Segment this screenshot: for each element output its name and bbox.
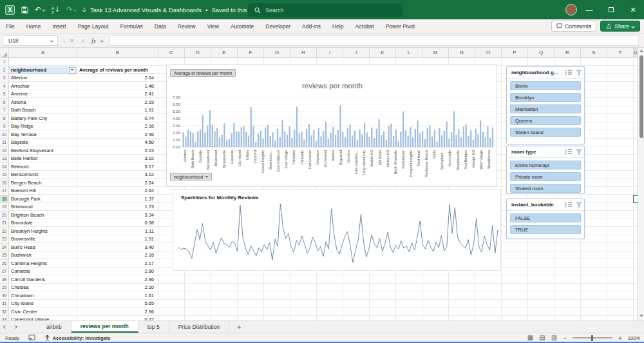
- column-header-R[interactable]: R: [554, 48, 581, 58]
- neighbourhood-cell[interactable]: Borough Park: [9, 195, 77, 204]
- neighbourhood-cell[interactable]: Boerum Hill: [9, 187, 77, 195]
- ribbon-tab-add-ins[interactable]: Add-ins: [296, 19, 327, 34]
- sparklines-chart[interactable]: Sparklines for Monthly Reviews: [173, 189, 501, 271]
- slicer-item-brooklyn[interactable]: Brooklyn: [510, 93, 581, 102]
- row-header-21[interactable]: 21: [0, 219, 9, 228]
- average-cell[interactable]: 1.61: [77, 292, 156, 300]
- row-header-30[interactable]: 30: [0, 292, 9, 300]
- redo-icon[interactable]: ↷: [66, 5, 77, 14]
- slicer-item-bronx[interactable]: Bronx: [510, 81, 581, 90]
- accessibility-status[interactable]: Accessibility: Investigate: [44, 335, 111, 341]
- sort-az-icon[interactable]: AZ: [52, 6, 60, 14]
- ribbon-tab-formulas[interactable]: Formulas: [114, 19, 148, 34]
- column-header-G[interactable]: G: [264, 48, 290, 58]
- row-header-23[interactable]: 23: [0, 235, 9, 244]
- average-cell[interactable]: 1.37: [77, 195, 156, 204]
- neighbourhood-cell[interactable]: City Island: [9, 300, 77, 308]
- sheet-tab-Price-Distribution[interactable]: Price Distribution: [169, 321, 229, 333]
- row-header-1[interactable]: 1: [0, 58, 9, 66]
- column-header-P[interactable]: P: [502, 48, 528, 58]
- ribbon-tab-automate[interactable]: Automate: [225, 19, 260, 34]
- column-header-D[interactable]: D: [185, 48, 211, 58]
- prev-sheet-icon[interactable]: [0, 321, 10, 333]
- average-cell[interactable]: 3.34: [77, 211, 156, 220]
- average-cell[interactable]: 3.40: [77, 244, 156, 252]
- formula-input[interactable]: [109, 35, 639, 46]
- slicer-instant_bookable[interactable]: instant_bookableFALSETRUE: [506, 199, 585, 239]
- slicer-item-shared-room[interactable]: Shared room: [510, 184, 581, 193]
- average-cell[interactable]: 2.64: [77, 187, 156, 195]
- row-header-27[interactable]: 27: [0, 268, 9, 276]
- fx-chevron-icon[interactable]: [100, 35, 103, 46]
- ribbon-tab-review[interactable]: Review: [172, 19, 202, 34]
- average-cell[interactable]: 2.16: [77, 122, 156, 131]
- new-sheet-button[interactable]: +: [229, 321, 249, 333]
- scroll-up-icon[interactable]: [639, 50, 643, 54]
- row-header-12[interactable]: 12: [0, 147, 9, 155]
- row-header-9[interactable]: 9: [0, 122, 9, 131]
- column-header-C[interactable]: C: [158, 48, 185, 58]
- ribbon-tab-file[interactable]: File: [0, 19, 21, 34]
- macro-record-icon[interactable]: [28, 335, 35, 341]
- neighbourhood-cell[interactable]: Canarsie: [9, 268, 77, 276]
- restore-button[interactable]: [600, 0, 622, 19]
- ribbon-tab-page-layout[interactable]: Page Layout: [72, 19, 115, 34]
- neighbourhood-cell[interactable]: Bay Ridge: [9, 122, 77, 131]
- avatar[interactable]: [565, 4, 577, 15]
- neighbourhood-cell[interactable]: Brownsville: [9, 235, 77, 244]
- neighbourhood-cell[interactable]: Chelsea: [9, 284, 77, 292]
- column-header-F[interactable]: F: [238, 48, 264, 58]
- row-header-22[interactable]: 22: [0, 228, 9, 236]
- zoom-out-icon[interactable]: −: [563, 335, 567, 342]
- enter-icon[interactable]: ✓: [81, 35, 86, 46]
- neighbourhood-cell[interactable]: Claremont Village: [9, 316, 77, 320]
- pivot-chart[interactable]: reviews per month0.001.002.003.004.005.0…: [166, 64, 497, 186]
- search-bar[interactable]: [248, 3, 402, 17]
- view-normal-icon[interactable]: ▦: [527, 335, 533, 341]
- header-filter-button[interactable]: [69, 67, 75, 74]
- values-field-button[interactable]: Average of reviews per month: [170, 69, 236, 77]
- splitter-dots-icon[interactable]: ⋮: [61, 35, 67, 46]
- vertical-scroll-thumb[interactable]: [639, 55, 643, 138]
- share-button[interactable]: Share: [600, 21, 640, 32]
- neighbourhood-cell[interactable]: Brighton Beach: [9, 211, 77, 220]
- row-header-11[interactable]: 11: [0, 139, 9, 147]
- column-header-A[interactable]: A: [9, 48, 77, 58]
- neighbourhood-cell[interactable]: Bayside: [9, 139, 77, 147]
- row-header-28[interactable]: 28: [0, 276, 9, 284]
- column-header-H[interactable]: H: [290, 48, 317, 58]
- column-header-J[interactable]: J: [343, 48, 370, 58]
- neighbourhood-cell[interactable]: Bay Terrace: [9, 131, 77, 139]
- neighbourhood-cell[interactable]: Bronxdale: [9, 219, 77, 228]
- row-header-29[interactable]: 29: [0, 284, 9, 292]
- slicer-item-private-room[interactable]: Private room: [510, 172, 581, 181]
- neighbourhood-cell[interactable]: Belmont: [9, 163, 77, 172]
- save-icon[interactable]: [21, 6, 28, 14]
- neighbourhood-cell[interactable]: Bergen Beach: [9, 179, 77, 188]
- average-cell[interactable]: 2.41: [77, 90, 156, 99]
- clear-filter-icon[interactable]: [574, 149, 584, 155]
- column-header-L[interactable]: L: [396, 48, 422, 58]
- average-cell[interactable]: 1.91: [77, 106, 156, 115]
- neighbourhood-cell[interactable]: Arverne: [9, 90, 77, 99]
- average-cell[interactable]: 1.11: [77, 228, 156, 236]
- zoom-slider-thumb[interactable]: [591, 335, 593, 341]
- column-header-E[interactable]: E: [211, 48, 238, 58]
- clear-filter-icon[interactable]: [574, 70, 584, 76]
- neighbourhood-cell[interactable]: Bedford-Stuyvesant: [9, 147, 77, 155]
- comments-button[interactable]: Comments: [551, 21, 596, 32]
- average-cell[interactable]: 2.10: [77, 284, 156, 292]
- average-cell[interactable]: 2.96: [77, 308, 156, 317]
- slicer-item-false[interactable]: FALSE: [510, 213, 581, 222]
- neighbourhood-cell[interactable]: Cambria Heights: [9, 260, 77, 268]
- sheet-tab-reviews-per-month[interactable]: reviews per month: [71, 321, 138, 333]
- neighbourhood-cell[interactable]: Bushwick: [9, 251, 77, 260]
- insert-function-icon[interactable]: fx: [91, 35, 96, 46]
- name-box-chevron-icon[interactable]: [50, 39, 53, 43]
- row-header-20[interactable]: 20: [0, 211, 9, 220]
- row-header-5[interactable]: 5: [0, 90, 9, 99]
- row-header-13[interactable]: 13: [0, 155, 9, 163]
- average-cell[interactable]: 2.96: [77, 276, 156, 284]
- column-header-Q[interactable]: Q: [528, 48, 554, 58]
- column-header-I[interactable]: I: [317, 48, 343, 58]
